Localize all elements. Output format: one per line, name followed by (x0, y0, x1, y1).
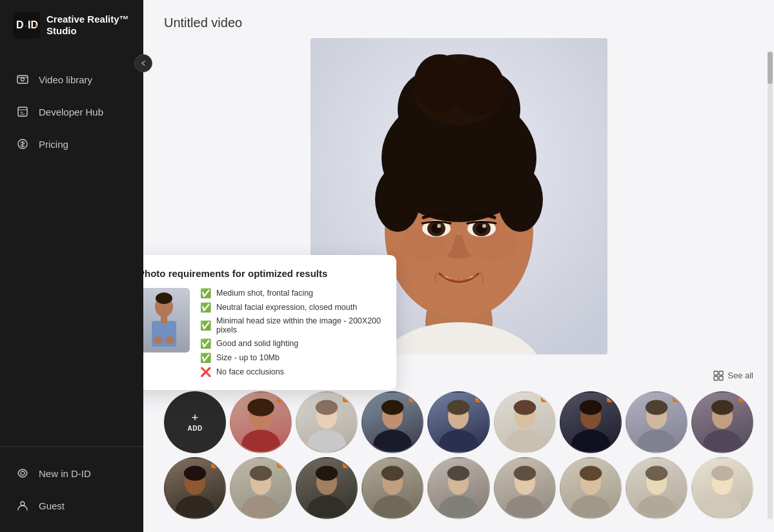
hq-badge-6: HQ (607, 394, 618, 402)
add-plus-icon: + (192, 412, 199, 424)
svg-point-68 (637, 429, 676, 452)
photo-requirements-body: ✅ Medium shot, frontal facing ✅ Neutral … (143, 288, 383, 377)
sidebar-bottom: New in D-ID Guest (0, 446, 143, 532)
svg-point-81 (316, 466, 338, 480)
svg-point-53 (307, 429, 346, 452)
svg-point-77 (241, 495, 280, 518)
add-card-label: ADD (187, 425, 202, 432)
see-all-label: See all (728, 371, 753, 380)
svg-point-37 (482, 224, 486, 228)
svg-point-54 (316, 400, 338, 414)
sidebar-item-new-in-did-label: New in D-ID (39, 468, 91, 479)
photo-req-item-2: ✅ Minimal head size within the image - 2… (200, 316, 383, 334)
photo-req-text-4: Size - up to 10Mb (216, 353, 280, 362)
sidebar-item-developer-hub-label: Developer Hub (39, 107, 103, 118)
svg-point-43 (154, 336, 163, 344)
presenter-card-1[interactable]: HQ (230, 391, 292, 453)
svg-point-26 (375, 167, 420, 232)
presenter-grid-row1: + ADD HQ HQ HQ (164, 391, 753, 453)
collapse-sidebar-button[interactable] (134, 54, 152, 72)
photo-req-item-3: ✅ Good and solid lighting (200, 338, 383, 349)
check-icon-4: ✅ (200, 353, 211, 363)
x-icon-5: ❌ (200, 367, 211, 377)
logo-text: Creative Reality™ Studio (46, 14, 129, 37)
photo-req-item-4: ✅ Size - up to 10Mb (200, 353, 383, 363)
main-header: Untitled video (143, 0, 774, 38)
presenter-card-15[interactable] (560, 457, 622, 519)
presenter-card-12[interactable] (362, 457, 423, 519)
photo-req-item-5: ❌ No face occlusions (200, 367, 383, 377)
svg-point-93 (579, 466, 602, 480)
sidebar-item-pricing[interactable]: Pricing (0, 128, 143, 160)
pricing-icon (15, 137, 30, 151)
sidebar-item-video-library[interactable]: Video library (0, 63, 143, 96)
check-icon-1: ✅ (200, 302, 211, 312)
hq-badge-9: HQ (211, 460, 223, 468)
svg-rect-47 (714, 376, 718, 380)
sidebar-item-new-in-did[interactable]: New in D-ID (0, 457, 143, 489)
presenter-card-5[interactable]: HQ (494, 391, 556, 453)
svg-rect-42 (161, 316, 167, 323)
sidebar-item-developer-hub[interactable]: Developer Hub (0, 96, 143, 128)
svg-point-5 (21, 78, 25, 81)
presenter-card-17[interactable] (691, 457, 753, 519)
svg-rect-48 (719, 376, 723, 380)
check-icon-2: ✅ (200, 320, 211, 331)
presenter-card-7[interactable]: HQ (626, 391, 687, 453)
photo-requirements-popup: Photo requirements for optimized results (143, 255, 396, 390)
presenter-card-14[interactable] (494, 457, 556, 519)
photo-requirements-title: Photo requirements for optimized results (143, 268, 383, 279)
svg-point-66 (579, 400, 602, 414)
svg-point-98 (703, 495, 742, 518)
check-icon-3: ✅ (200, 338, 211, 349)
video-library-icon (15, 72, 30, 87)
presenter-card-3[interactable]: HQ (362, 391, 423, 453)
svg-rect-45 (714, 371, 718, 375)
hq-badge-5: HQ (541, 394, 553, 402)
sidebar-item-guest-label: Guest (39, 500, 65, 511)
svg-point-50 (241, 429, 280, 452)
svg-text:·: · (25, 20, 27, 30)
photo-req-item-1: ✅ Neutral facial expression, closed mout… (200, 302, 383, 312)
presenter-card-9[interactable]: HQ (164, 457, 226, 519)
preview-area: Photo requirements for optimized results (164, 38, 753, 384)
photo-req-text-3: Good and solid lighting (216, 339, 298, 348)
presenter-card-11[interactable]: HQ (296, 457, 358, 519)
svg-point-65 (571, 429, 610, 452)
presenter-card-16[interactable] (626, 457, 687, 519)
page-title: Untitled video (164, 15, 753, 30)
svg-point-60 (447, 400, 470, 414)
svg-point-69 (646, 400, 668, 414)
svg-point-95 (637, 495, 676, 518)
scrollbar[interactable] (768, 52, 773, 519)
see-all-button[interactable]: See all (713, 371, 753, 381)
add-presenter-card[interactable]: + ADD (164, 391, 226, 453)
presenter-card-13[interactable] (427, 457, 489, 519)
hq-badge-11: HQ (343, 460, 354, 468)
svg-point-40 (156, 292, 172, 304)
svg-point-86 (440, 495, 478, 518)
svg-point-80 (307, 495, 346, 518)
svg-point-89 (505, 495, 544, 518)
svg-point-90 (513, 466, 536, 480)
sidebar-item-guest[interactable]: Guest (0, 489, 143, 522)
presenter-card-2[interactable]: HQ (296, 391, 358, 453)
photo-req-text-5: No face occlusions (216, 367, 284, 376)
presenter-card-4[interactable]: HQ (427, 391, 489, 453)
svg-rect-4 (17, 76, 28, 83)
hq-badge-3: HQ (409, 394, 420, 402)
svg-point-12 (21, 471, 25, 475)
presenter-card-6[interactable]: HQ (560, 391, 622, 453)
svg-rect-46 (719, 371, 723, 375)
svg-point-84 (382, 466, 404, 480)
hq-badge-8: HQ (738, 394, 750, 402)
svg-point-25 (453, 57, 504, 116)
photo-req-item-0: ✅ Medium shot, frontal facing (200, 288, 383, 298)
presenter-card-8[interactable]: HQ (691, 391, 753, 453)
svg-point-62 (505, 429, 544, 452)
presenter-card-10[interactable]: HQ (230, 457, 292, 519)
scrollbar-thumb[interactable] (768, 52, 773, 84)
svg-point-51 (247, 398, 274, 416)
svg-point-33 (437, 224, 441, 228)
see-all-icon (713, 371, 724, 381)
